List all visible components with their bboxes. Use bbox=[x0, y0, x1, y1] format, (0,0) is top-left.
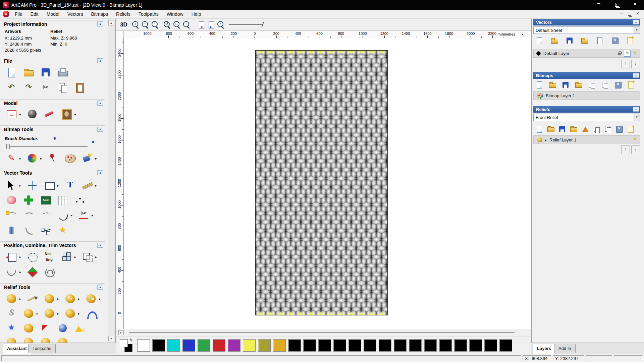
flyout-arrow-icon[interactable]: ▸ bbox=[40, 157, 42, 160]
brush-diameter-slider[interactable] bbox=[6, 143, 88, 149]
flyout-arrow-icon[interactable]: ▸ bbox=[74, 112, 76, 116]
flyout-arrow-icon[interactable]: ▸ bbox=[19, 297, 21, 301]
create-text-icon[interactable] bbox=[64, 179, 76, 191]
save-vectors-icon[interactable] bbox=[565, 36, 574, 45]
flyout-arrow-icon[interactable]: ▸ bbox=[57, 297, 59, 301]
layer-down-icon[interactable] bbox=[631, 145, 640, 154]
dropdown-arrow-icon[interactable]: ▼ bbox=[634, 27, 640, 34]
mdi-restore-button[interactable] bbox=[627, 11, 633, 17]
copy-relief-layer-icon[interactable] bbox=[592, 125, 601, 133]
rollup-reliefs-button[interactable]: ▲ bbox=[633, 107, 639, 112]
flyout-arrow-icon[interactable]: ▸ bbox=[78, 297, 80, 301]
zoom-page-icon[interactable] bbox=[172, 20, 181, 29]
delete-layer-icon[interactable] bbox=[615, 125, 624, 133]
dropdown-arrow-icon[interactable]: ▼ bbox=[634, 114, 640, 121]
import-relief-icon[interactable] bbox=[569, 125, 578, 133]
mdi-minimize-button[interactable] bbox=[619, 11, 625, 17]
flyout-arrow-icon[interactable]: ▸ bbox=[19, 184, 21, 187]
fit-curves-icon[interactable] bbox=[22, 209, 35, 221]
next-view-icon[interactable] bbox=[207, 20, 215, 29]
drawing-viewport[interactable] bbox=[124, 38, 531, 329]
assistant-scrollbar[interactable]: ▲ ▼ bbox=[108, 19, 115, 342]
dome-wizard-icon[interactable] bbox=[22, 322, 35, 334]
open-relief-icon[interactable] bbox=[546, 125, 555, 133]
palette-swatch-19[interactable] bbox=[424, 339, 437, 352]
new-layer-icon[interactable] bbox=[626, 125, 635, 133]
extrude-vector-icon[interactable] bbox=[5, 225, 17, 237]
zoom-objects-icon[interactable] bbox=[182, 20, 191, 29]
snap-grid-icon[interactable] bbox=[57, 194, 69, 206]
new-bitmap-icon[interactable] bbox=[535, 80, 544, 89]
rollup-bitmap-tools-button[interactable]: ▲ bbox=[97, 127, 103, 132]
texture-ball-icon[interactable] bbox=[57, 322, 69, 334]
paint-icon[interactable] bbox=[5, 152, 17, 164]
import-vectors-icon[interactable] bbox=[580, 36, 589, 45]
open-bitmap-icon[interactable] bbox=[548, 80, 557, 89]
palette-swatch-23[interactable] bbox=[484, 339, 497, 352]
previous-view-icon[interactable] bbox=[197, 20, 206, 29]
nesting-icon[interactable] bbox=[43, 251, 55, 263]
rollup-vectors-button[interactable]: ▲ bbox=[633, 20, 639, 24]
import-bitmap-icon[interactable] bbox=[574, 80, 583, 89]
star-wizard-icon[interactable] bbox=[5, 322, 17, 334]
close-button[interactable] bbox=[626, 0, 644, 10]
add-layer-icon[interactable] bbox=[632, 50, 638, 57]
slice-relief-icon[interactable] bbox=[40, 322, 52, 334]
menu-vectors[interactable]: Vectors bbox=[63, 10, 87, 18]
transform-vectors-icon[interactable] bbox=[26, 179, 38, 191]
open-vectors-icon[interactable] bbox=[550, 36, 559, 45]
new-model-icon[interactable] bbox=[5, 66, 17, 78]
palette-swatch-2[interactable] bbox=[167, 339, 180, 352]
palette-swatch-6[interactable] bbox=[228, 339, 240, 352]
wrap-text-icon[interactable] bbox=[40, 194, 52, 206]
palette-swatch-16[interactable] bbox=[379, 339, 391, 352]
block-copy-icon[interactable] bbox=[60, 251, 72, 263]
flyout-arrow-icon[interactable]: ▸ bbox=[71, 214, 72, 217]
palette-swatch-14[interactable] bbox=[348, 339, 361, 352]
minimize-button[interactable] bbox=[590, 0, 608, 10]
3d-view-button[interactable]: 3D bbox=[118, 20, 129, 29]
smooth-relief-icon[interactable] bbox=[5, 293, 17, 305]
palette-swatch-10[interactable] bbox=[288, 339, 301, 352]
turn-wizard-icon[interactable] bbox=[22, 336, 35, 343]
flyout-arrow-icon[interactable]: ▸ bbox=[78, 312, 80, 315]
rollup-position-tools-button[interactable]: ▲ bbox=[97, 243, 103, 248]
flyout-arrow-icon[interactable]: ▸ bbox=[19, 157, 21, 160]
palette-swatch-21[interactable] bbox=[454, 339, 467, 352]
group-vectors-icon[interactable] bbox=[81, 251, 93, 263]
texture-relief-icon[interactable] bbox=[43, 293, 55, 305]
palette-swatch-24[interactable] bbox=[499, 339, 512, 352]
copy-relief-icon[interactable] bbox=[85, 293, 97, 305]
new-layer-icon[interactable] bbox=[627, 80, 635, 89]
spin-wizard-icon[interactable] bbox=[40, 336, 52, 343]
flyout-arrow-icon[interactable]: ▸ bbox=[57, 312, 59, 315]
copy-icon[interactable] bbox=[57, 81, 69, 94]
shape-editor-icon[interactable] bbox=[64, 293, 76, 305]
undo-icon[interactable] bbox=[5, 81, 17, 94]
select-vectors-icon[interactable] bbox=[5, 179, 17, 191]
palette-swatch-12[interactable] bbox=[318, 339, 331, 352]
palette-swatch-1[interactable] bbox=[152, 339, 165, 352]
artwork-canvas[interactable] bbox=[256, 51, 387, 315]
palette-swatch-18[interactable] bbox=[409, 339, 422, 352]
menu-file[interactable]: File bbox=[11, 10, 26, 18]
delete-layer-icon[interactable] bbox=[610, 36, 619, 45]
rollup-model-button[interactable]: ▲ bbox=[97, 101, 103, 106]
weave-wizard-icon[interactable] bbox=[22, 307, 35, 319]
rollup-file-button[interactable]: ▲ bbox=[97, 58, 103, 63]
menu-toolpaths[interactable]: Toolpaths bbox=[135, 10, 163, 18]
trim-vectors-icon[interactable] bbox=[77, 209, 90, 221]
scroll-right-button[interactable]: ▸ bbox=[118, 330, 124, 335]
smooth-filter-icon[interactable] bbox=[5, 307, 17, 319]
bitmap-layer-row[interactable]: Bitmap Layer 1 bbox=[533, 91, 640, 100]
palette-swatch-13[interactable] bbox=[333, 339, 346, 352]
unwrap-relief-icon[interactable] bbox=[74, 322, 86, 334]
new-sheet-icon[interactable] bbox=[535, 36, 544, 45]
offset-relief-icon[interactable] bbox=[64, 307, 76, 319]
relief-selector[interactable]: Front Relief ▼ bbox=[533, 114, 640, 121]
maximize-button[interactable] bbox=[608, 0, 626, 10]
open-model-icon[interactable] bbox=[22, 66, 35, 78]
align-vectors-icon[interactable] bbox=[5, 251, 17, 263]
rollup-vector-tools-button[interactable]: ▲ bbox=[97, 170, 103, 175]
join-vectors-icon[interactable] bbox=[5, 266, 17, 278]
